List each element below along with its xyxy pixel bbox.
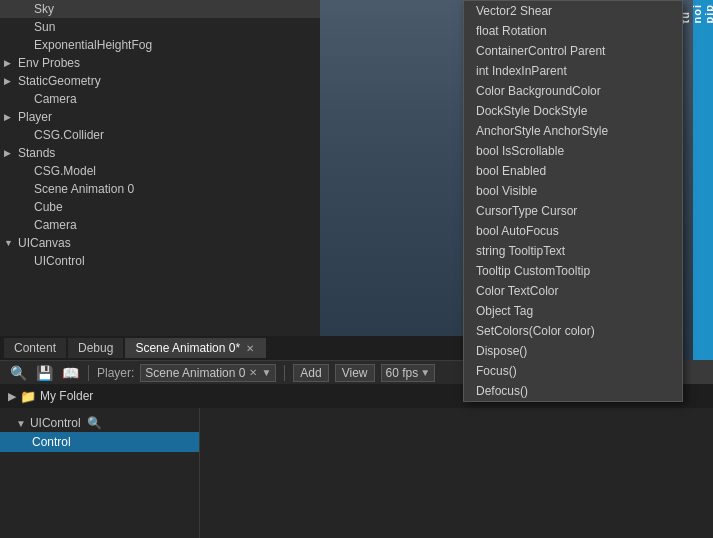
tree-item[interactable]: Scene Animation 0	[0, 180, 320, 198]
tree-item-label: Env Probes	[18, 56, 80, 70]
player-value: Scene Animation 0	[145, 366, 245, 380]
folder-icon: 📁	[20, 389, 36, 404]
fps-value: 60 fps	[386, 366, 419, 380]
tree-arrow-icon[interactable]: ▼	[4, 238, 16, 248]
add-button[interactable]: Add	[293, 364, 328, 382]
dropdown-item[interactable]: bool IsScrollable	[464, 141, 682, 161]
uicontrol-label: UIControl	[30, 416, 81, 430]
dropdown-item[interactable]: bool AutoFocus	[464, 221, 682, 241]
right-panel-text: tunoipiptuc	[679, 4, 713, 24]
tree-item[interactable]: ▶Stands	[0, 144, 320, 162]
dropdown-item[interactable]: Color TextColor	[464, 281, 682, 301]
dropdown-item[interactable]: AnchorStyle AnchorStyle	[464, 121, 682, 141]
dropdown-item[interactable]: float Rotation	[464, 21, 682, 41]
separator2	[284, 365, 285, 381]
tree-item-label: Scene Animation 0	[34, 182, 134, 196]
main-container: SkySunExponentialHeightFog▶Env Probes▶St…	[0, 0, 713, 538]
dropdown-item[interactable]: Focus()	[464, 361, 682, 381]
dropdown-item[interactable]: SetColors(Color color)	[464, 321, 682, 341]
player-dropdown-icon[interactable]: ▼	[261, 367, 271, 378]
tab-close-icon[interactable]: ✕	[244, 343, 256, 354]
tree-item[interactable]: Sun	[0, 18, 320, 36]
tree-arrow-icon[interactable]: ▶	[4, 148, 16, 158]
tree-item-label: Camera	[34, 218, 77, 232]
tree-item-label: StaticGeometry	[18, 74, 101, 88]
tree-item-label: ExponentialHeightFog	[34, 38, 152, 52]
tree-item-label: UIControl	[34, 254, 85, 268]
tree-item-label: UICanvas	[18, 236, 71, 250]
uicontrol-arrow-icon: ▼	[16, 418, 26, 429]
tree-item-label: Sky	[34, 2, 54, 16]
dropdown-item[interactable]: Defocus()	[464, 381, 682, 401]
bottom-area: ▶ 📁 My Folder ▼ UIControl 🔍 Control	[0, 384, 713, 538]
tabs-bar: ContentDebugScene Animation 0*✕	[0, 336, 500, 360]
dropdown-item[interactable]: bool Visible	[464, 181, 682, 201]
folder-arrow-icon[interactable]: ▶	[8, 390, 16, 403]
tree-item-label: Player	[18, 110, 52, 124]
scene-panel: SkySunExponentialHeightFog▶Env Probes▶St…	[0, 0, 320, 360]
toolbar: 🔍 💾 📖 Player: Scene Animation 0 ✕ ▼ Add …	[0, 360, 500, 384]
tree-item[interactable]: ▶StaticGeometry	[0, 72, 320, 90]
tree-item-label: CSG.Collider	[34, 128, 104, 142]
tab-label: Scene Animation 0*	[135, 341, 240, 355]
folder-left: ▼ UIControl 🔍 Control	[0, 408, 200, 538]
dropdown-item[interactable]: int IndexInParent	[464, 61, 682, 81]
tree-item-label: CSG.Model	[34, 164, 96, 178]
tree-item[interactable]: ▶Player	[0, 108, 320, 126]
dropdown-item[interactable]: Color BackgroundColor	[464, 81, 682, 101]
tree-arrow-icon[interactable]: ▶	[4, 58, 16, 68]
save-icon[interactable]: 💾	[34, 363, 54, 383]
player-select[interactable]: Scene Animation 0 ✕ ▼	[140, 364, 276, 382]
dropdown-item[interactable]: ContainerControl Parent	[464, 41, 682, 61]
tree-item[interactable]: ExponentialHeightFog	[0, 36, 320, 54]
uicontrol-header[interactable]: ▼ UIControl 🔍	[0, 414, 199, 432]
dropdown-item[interactable]: Dispose()	[464, 341, 682, 361]
control-item[interactable]: Control	[0, 432, 199, 452]
book-icon[interactable]: 📖	[60, 363, 80, 383]
tree-item-label: Cube	[34, 200, 63, 214]
dropdown-item[interactable]: CursorType Cursor	[464, 201, 682, 221]
right-edge-panel: tunoipiptuc	[693, 0, 713, 360]
control-label: Control	[32, 435, 71, 449]
tree-item[interactable]: Camera	[0, 90, 320, 108]
dropdown-item[interactable]: DockStyle DockStyle	[464, 101, 682, 121]
tree-item[interactable]: ▼UICanvas	[0, 234, 320, 252]
separator	[88, 365, 89, 381]
tab-debug[interactable]: Debug	[68, 338, 123, 358]
tree-item[interactable]: Cube	[0, 198, 320, 216]
dropdown-item[interactable]: string TooltipText	[464, 241, 682, 261]
tree-arrow-icon[interactable]: ▶	[4, 76, 16, 86]
bottom-search-button[interactable]: 🔍	[85, 413, 105, 433]
tree-item-label: Camera	[34, 92, 77, 106]
tree-arrow-icon[interactable]: ▶	[4, 112, 16, 122]
tree-item[interactable]: Camera	[0, 216, 320, 234]
view-button[interactable]: View	[335, 364, 375, 382]
folder-label: My Folder	[40, 389, 93, 403]
fps-select[interactable]: 60 fps ▼	[381, 364, 436, 382]
tree-item[interactable]: CSG.Model	[0, 162, 320, 180]
search-icon[interactable]: 🔍	[8, 363, 28, 383]
dropdown-item[interactable]: Vector2 Shear	[464, 1, 682, 21]
dropdown-item[interactable]: bool Enabled	[464, 161, 682, 181]
tab-label: Content	[14, 341, 56, 355]
content-right	[200, 408, 713, 538]
tab-content[interactable]: Content	[4, 338, 66, 358]
tree-item[interactable]: CSG.Collider	[0, 126, 320, 144]
tree-item[interactable]: Sky	[0, 0, 320, 18]
dropdown-item[interactable]: Tooltip CustomTooltip	[464, 261, 682, 281]
player-close-icon[interactable]: ✕	[249, 367, 257, 378]
tree-item[interactable]: UIControl	[0, 252, 320, 270]
player-label: Player:	[97, 366, 134, 380]
tab-scene-animation-0*[interactable]: Scene Animation 0*✕	[125, 338, 266, 358]
dropdown-item[interactable]: Object Tag	[464, 301, 682, 321]
dropdown-menu: Vector2 Shearfloat RotationContainerCont…	[463, 0, 683, 402]
fps-dropdown-icon[interactable]: ▼	[420, 367, 430, 378]
uicontrol-section: ▼ UIControl 🔍 Control	[0, 412, 199, 454]
tree-item[interactable]: ▶Env Probes	[0, 54, 320, 72]
tree-item-label: Stands	[18, 146, 55, 160]
tree-item-label: Sun	[34, 20, 55, 34]
tab-label: Debug	[78, 341, 113, 355]
folder-tree-area: ▼ UIControl 🔍 Control	[0, 408, 713, 538]
